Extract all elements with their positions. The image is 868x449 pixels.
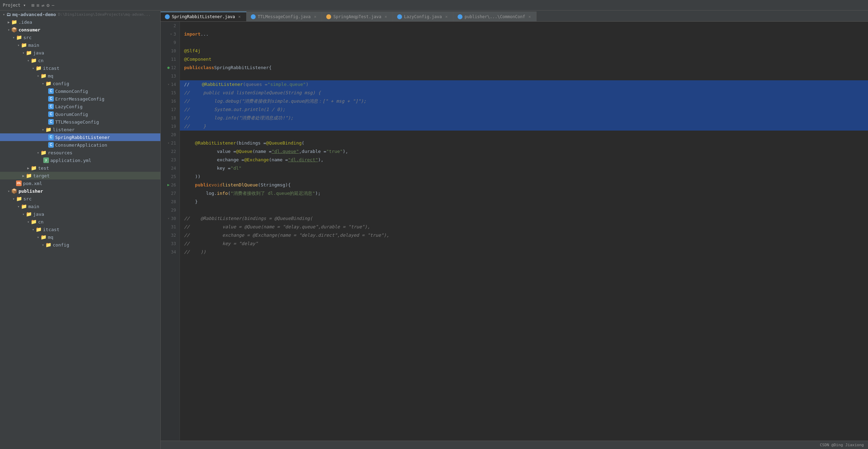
sidebar-item-applicationYml[interactable]: y application.yml: [0, 156, 160, 164]
tab-TTLMessageConfig[interactable]: TTLMessageConfig.java ×: [247, 12, 322, 21]
project-label[interactable]: Project: [3, 3, 21, 8]
linenum-17: 17: [161, 105, 180, 114]
sidebar-item-src-consumer[interactable]: ▾ 📁 src: [0, 34, 160, 41]
sidebar-item-listener-consumer[interactable]: ▾ 📁 listener: [0, 126, 160, 133]
linenum-24: 24: [161, 164, 180, 172]
sidebar-item-TTLMessageConfig[interactable]: C TTLMessageConfig: [0, 118, 160, 126]
config-publisher-label: config: [53, 242, 69, 248]
linenum-19: 19: [161, 122, 180, 131]
sidebar-item-mq-publisher[interactable]: ▾ 📁 mq: [0, 233, 160, 241]
cn-consumer-label: cn: [38, 58, 44, 63]
tabs-bar: SpringRabbitListener.java × TTLMessageCo…: [161, 10, 868, 22]
tree-root[interactable]: ▾ 🗂 mq-advanced-demo D:\DingJiaxiong\Ide…: [0, 10, 160, 18]
sidebar-item-java-publisher[interactable]: ▾ 📁 java: [0, 210, 160, 218]
resources-consumer-label: resources: [48, 150, 72, 155]
sidebar-item-src-publisher[interactable]: ▾ 📁 src: [0, 195, 160, 203]
linenum-30: ▾30: [161, 214, 180, 223]
main-consumer-label: main: [28, 43, 39, 48]
linenum-27: 27: [161, 189, 180, 198]
src-publisher-label: src: [23, 196, 31, 201]
SpringRabbitListener-label: SpringRabbitListener: [55, 135, 110, 140]
code-line-28: }: [180, 198, 868, 206]
tab-dot-SpringRabbitListener: [165, 14, 170, 19]
tab-close-SpringAmqpTest[interactable]: ×: [384, 14, 388, 19]
linenum-33: 33: [161, 240, 180, 248]
tab-SpringAmqpTest[interactable]: SpringAmqpTest.java ×: [322, 12, 393, 21]
linenum-9: 9: [161, 38, 180, 47]
tab-publisher[interactable]: publisher\...\CommonConf ×: [453, 12, 537, 21]
tab-close-TTLMessageConfig[interactable]: ×: [313, 14, 318, 19]
dropdown-arrow[interactable]: ▾: [23, 3, 26, 8]
grid-icon[interactable]: ⊞: [31, 2, 34, 8]
status-text: CSDN @Ding Jiaxiong: [820, 443, 864, 447]
main-publisher-label: main: [28, 204, 39, 209]
tab-close-LazyConfig[interactable]: ×: [444, 14, 449, 19]
code-line-15: // public void listenSimpleQueue(String …: [180, 89, 868, 97]
mq-consumer-label: mq: [48, 73, 53, 79]
sidebar-item-itcast-consumer[interactable]: ▾ 📁 itcast: [0, 64, 160, 72]
code-line-30: // @RabbitListener(bindings = @QueueBind…: [180, 214, 868, 223]
CommonConfig-label: CommonConfig: [55, 89, 88, 94]
tab-label-SpringAmqpTest: SpringAmqpTest.java: [333, 14, 381, 19]
tab-SpringRabbitListener[interactable]: SpringRabbitListener.java ×: [161, 12, 247, 21]
sidebar-item-idea[interactable]: ▶ 📁 .idea: [0, 18, 160, 26]
linenum-28: 28: [161, 198, 180, 206]
settings-icon[interactable]: ⚙: [46, 2, 49, 8]
code-line-25: )): [180, 172, 868, 181]
tab-dot-publisher: [458, 14, 462, 19]
code-line-11: @Component: [180, 55, 868, 64]
sidebar-item-itcast-publisher[interactable]: ▾ 📁 itcast: [0, 226, 160, 233]
LazyConfig-label: LazyConfig: [55, 104, 82, 109]
sidebar-item-config-consumer[interactable]: ▾ 📁 config: [0, 80, 160, 87]
code-line-14: // @RabbitListener(queues = "simple.queu…: [180, 80, 868, 89]
sidebar-item-config-publisher[interactable]: ▾ 📁 config: [0, 241, 160, 249]
tab-LazyConfig[interactable]: LazyConfig.java ×: [393, 12, 453, 21]
TTLMessageConfig-label: TTLMessageConfig: [55, 119, 99, 125]
code-line-24: key = "dl": [180, 164, 868, 172]
linenum-14: ▾14: [161, 80, 180, 89]
sidebar-item-publisher[interactable]: ▾ 📦 publisher: [0, 187, 160, 195]
sidebar-item-ConsumerApplication[interactable]: C ConsumerApplication: [0, 141, 160, 149]
applicationYml-label: application.yml: [50, 158, 91, 163]
status-bar: CSDN @Ding Jiaxiong: [161, 441, 868, 449]
mq-publisher-label: mq: [48, 235, 53, 240]
idea-label: .idea: [19, 20, 32, 25]
linenum-26: ▶ 26: [161, 181, 180, 189]
linenum-25: 25: [161, 172, 180, 181]
sidebar-item-LazyConfig[interactable]: C LazyConfig: [0, 103, 160, 110]
lines-icon[interactable]: ≡: [36, 2, 39, 8]
tab-close-publisher[interactable]: ×: [527, 14, 532, 19]
align-icon[interactable]: ⇌: [42, 2, 44, 8]
minus-icon[interactable]: −: [52, 2, 54, 8]
project-sidebar: ▾ 🗂 mq-advanced-demo D:\DingJiaxiong\Ide…: [0, 10, 161, 449]
tab-dot-SpringAmqpTest: [326, 14, 331, 19]
sidebar-item-pomXml[interactable]: XML pom.xml: [0, 179, 160, 187]
sidebar-item-java-consumer[interactable]: ▾ 📁 java: [0, 49, 160, 57]
sidebar-item-mq-consumer[interactable]: ▾ 📁 mq: [0, 72, 160, 80]
linenum-29: 29: [161, 206, 180, 214]
tab-close-SpringRabbitListener[interactable]: ×: [237, 14, 242, 19]
code-line-22: value = @Queue (name = "dl.queue" ,durab…: [180, 147, 868, 156]
sidebar-item-test-consumer[interactable]: ▶ 📁 test: [0, 164, 160, 172]
sidebar-item-ErrorMessageConfig[interactable]: C ErrorMessageConfig: [0, 95, 160, 103]
sidebar-item-cn-publisher[interactable]: ▾ 📁 cn: [0, 218, 160, 226]
code-line-34: // )): [180, 248, 868, 256]
code-content[interactable]: import ... @Slf4j @Component public clas…: [180, 22, 868, 441]
sidebar-item-main-publisher[interactable]: ▾ 📁 main: [0, 203, 160, 210]
sidebar-item-QuorumConfig[interactable]: C QuorumConfig: [0, 110, 160, 118]
root-label: mq-advanced-demo: [12, 12, 56, 17]
code-line-3: import ...: [180, 30, 868, 38]
ErrorMessageConfig-label: ErrorMessageConfig: [55, 96, 104, 102]
code-line-2: [180, 22, 868, 30]
sidebar-item-resources-consumer[interactable]: ▾ 📁 resources: [0, 149, 160, 156]
ConsumerApplication-label: ConsumerApplication: [55, 142, 107, 148]
sidebar-item-consumer[interactable]: ▾ 📦 consumer: [0, 26, 160, 34]
java-publisher-label: java: [33, 212, 44, 217]
sidebar-item-target-consumer[interactable]: ▶ 📁 target: [0, 172, 160, 179]
sidebar-item-cn-consumer[interactable]: ▾ 📁 cn: [0, 57, 160, 64]
sidebar-item-main-consumer[interactable]: ▾ 📁 main: [0, 41, 160, 49]
code-line-17: // System.out.println(1 / 0);: [180, 105, 868, 114]
sidebar-item-SpringRabbitListener[interactable]: C SpringRabbitListener: [0, 133, 160, 141]
sidebar-item-CommonConfig[interactable]: C CommonConfig: [0, 87, 160, 95]
code-line-12: public class SpringRabbitListener {: [180, 64, 868, 72]
